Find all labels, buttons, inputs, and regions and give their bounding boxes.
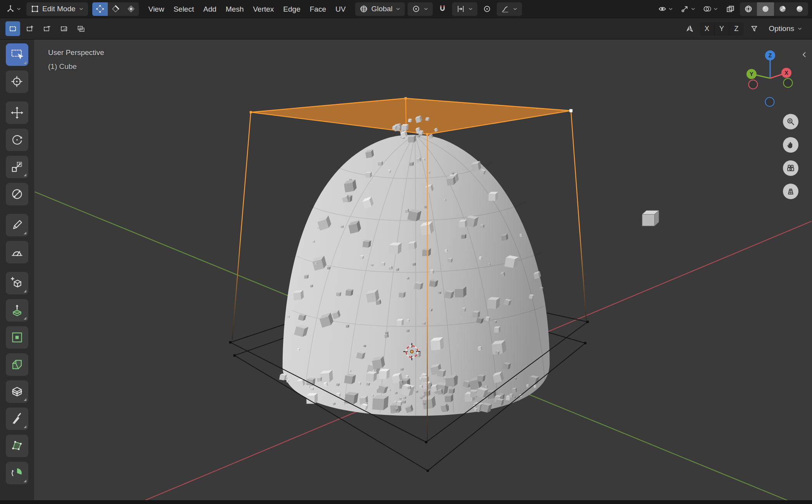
tool-select-box[interactable] <box>6 43 28 66</box>
tool-inset-faces[interactable] <box>6 326 28 349</box>
tool-move[interactable] <box>6 101 28 124</box>
sidebar-collapse-button[interactable] <box>801 51 808 58</box>
tool-rotate[interactable] <box>6 129 28 151</box>
mirror-x-toggle[interactable]: X <box>700 22 715 36</box>
shading-wireframe-button[interactable] <box>740 2 757 16</box>
edit-mode-icon <box>31 5 39 13</box>
menu-face[interactable]: Face <box>305 2 331 16</box>
tool-poly-build[interactable] <box>6 435 28 457</box>
chevron-down-icon <box>668 7 673 12</box>
axis-neg-y-ball[interactable] <box>784 79 793 88</box>
grid-perspective-icon <box>786 187 795 196</box>
navigation-gizmo[interactable]: Z Y X <box>743 47 797 109</box>
options-dropdown[interactable]: Options <box>765 22 807 36</box>
small-cube[interactable] <box>642 210 659 226</box>
select-option-new[interactable] <box>5 21 20 36</box>
pan-button[interactable] <box>783 137 798 153</box>
scene-canvas[interactable] <box>34 40 812 500</box>
chevron-down-icon <box>513 7 518 12</box>
header-bar: Edit Mode ViewSelectAddMeshVertexEdgeFac… <box>0 0 812 18</box>
menu-select[interactable]: Select <box>169 2 199 16</box>
tool-loop-cut[interactable] <box>6 380 28 403</box>
shading-material-icon <box>778 5 787 13</box>
mirror-y-toggle[interactable]: Y <box>715 22 729 36</box>
tool-knife[interactable] <box>6 408 28 430</box>
axis-neg-z-ball[interactable] <box>765 98 774 107</box>
editor-type-button[interactable] <box>4 2 24 16</box>
zoom-icon <box>786 117 795 126</box>
snap-toggle-button[interactable] <box>435 2 449 16</box>
viewport-3d[interactable]: User Perspective (1) Cube Z Y X <box>34 40 812 500</box>
mirror-button[interactable] <box>682 22 696 36</box>
tool-annotate[interactable] <box>6 214 28 236</box>
tool-spin[interactable] <box>6 462 28 484</box>
menu-edge[interactable]: Edge <box>278 2 305 16</box>
proportional-editing-button[interactable] <box>480 2 494 16</box>
cube-right-vertical-edge <box>571 111 586 323</box>
proportional-falloff-dropdown[interactable] <box>497 2 522 16</box>
zoom-button[interactable] <box>783 114 798 129</box>
shading-material-button[interactable] <box>774 2 791 16</box>
visibility-eye-icon <box>658 5 667 13</box>
hand-icon <box>786 140 795 150</box>
main-area: User Perspective (1) Cube Z Y X <box>0 40 812 500</box>
vertex-select-button[interactable] <box>92 2 108 16</box>
select-option-subtract[interactable] <box>40 21 54 36</box>
select-tool-options <box>5 21 88 36</box>
selected-top-face[interactable] <box>251 98 571 134</box>
shading-rendered-button[interactable] <box>791 2 808 16</box>
chevron-down-icon <box>423 7 428 12</box>
visibility-dropdown[interactable] <box>656 2 676 16</box>
select-option-intersect[interactable] <box>74 21 88 36</box>
tool-cursor[interactable] <box>6 71 28 93</box>
perspective-label: User Perspective <box>48 46 104 60</box>
mirror-z-toggle[interactable]: Z <box>729 22 744 36</box>
tool-bevel[interactable] <box>6 353 28 376</box>
select-option-extend[interactable] <box>22 21 37 36</box>
menu-mesh[interactable]: Mesh <box>221 2 248 16</box>
chevron-down-icon <box>16 7 21 12</box>
options-label: Options <box>769 24 794 33</box>
camera-view-button[interactable] <box>783 160 798 176</box>
axis-y-label: Y <box>750 71 753 77</box>
chevron-down-icon <box>396 7 401 12</box>
shading-mode-group <box>740 2 808 16</box>
tool-scale[interactable] <box>6 156 28 178</box>
perspective-toggle-button[interactable] <box>783 184 798 199</box>
toolbar <box>0 40 34 500</box>
pivot-icon <box>412 5 420 13</box>
pivot-point-dropdown[interactable] <box>408 2 433 16</box>
shading-rendered-icon <box>795 5 804 13</box>
xray-icon <box>726 5 734 13</box>
falloff-options-button[interactable] <box>747 22 761 36</box>
tool-measure[interactable] <box>6 241 28 263</box>
snap-target-icon <box>456 5 465 13</box>
tool-settings-bar: XYZ Options <box>0 18 812 40</box>
menu-uv[interactable]: UV <box>331 2 350 16</box>
menu-view[interactable]: View <box>144 2 169 16</box>
gizmos-dropdown[interactable] <box>678 2 698 16</box>
tool-transform[interactable] <box>6 183 28 205</box>
camera-icon <box>786 163 795 173</box>
mirror-icon <box>685 24 694 33</box>
overlays-dropdown[interactable] <box>701 2 720 16</box>
edge-select-button[interactable] <box>108 2 123 16</box>
orientation-dropdown[interactable]: Global <box>355 2 405 16</box>
cube-left-vertical-edge <box>232 112 251 340</box>
tool-add-cube[interactable] <box>6 272 28 294</box>
falloff-curve-icon <box>501 5 510 13</box>
menu-add[interactable]: Add <box>199 2 221 16</box>
xray-toggle-button[interactable] <box>723 2 737 16</box>
chevron-down-icon <box>797 26 802 31</box>
select-option-invert[interactable] <box>57 21 71 36</box>
snap-target-dropdown[interactable] <box>452 2 477 16</box>
face-select-button[interactable] <box>123 2 139 16</box>
menu-vertex[interactable]: Vertex <box>248 2 278 16</box>
select-mode-buttons <box>92 2 139 16</box>
chevron-left-icon <box>801 51 808 58</box>
axis-neg-x-ball[interactable] <box>749 80 758 89</box>
mode-dropdown[interactable]: Edit Mode <box>26 2 88 16</box>
shading-solid-button[interactable] <box>757 2 774 16</box>
tool-extrude-region[interactable] <box>6 299 28 322</box>
chevron-down-icon <box>468 7 473 12</box>
